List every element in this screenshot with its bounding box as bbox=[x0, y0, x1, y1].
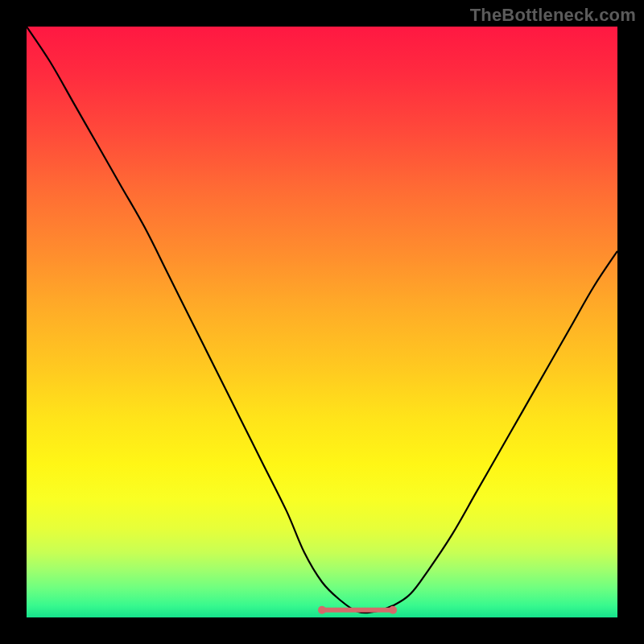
curve-svg bbox=[27, 27, 617, 617]
watermark-text: TheBottleneck.com bbox=[470, 5, 636, 26]
plot-area bbox=[27, 27, 617, 617]
flat-region-end-dot bbox=[318, 606, 326, 614]
chart-stage: TheBottleneck.com bbox=[0, 0, 644, 644]
flat-region-end-dot bbox=[389, 606, 397, 614]
flat-region-markers bbox=[318, 606, 397, 614]
bottleneck-curve-path bbox=[27, 27, 617, 613]
